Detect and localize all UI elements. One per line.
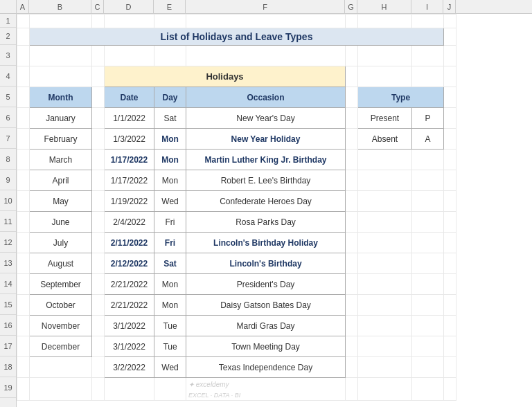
cell-i12 (412, 233, 444, 253)
cell-a16 (17, 316, 30, 336)
cell-h9 (358, 170, 412, 191)
hol-day-3: Mon (154, 150, 186, 170)
cell-c8 (92, 150, 105, 170)
cell-i15 (412, 295, 444, 316)
cell-g19 (346, 378, 358, 401)
row-2: List of Holidays and Leave Types (17, 28, 456, 46)
hol-occasion-6: Rosa Parks Day (186, 212, 346, 233)
cell-h12 (358, 233, 412, 253)
col-header-b: B (29, 0, 91, 13)
month-jul: July (30, 233, 92, 253)
cell-b19 (30, 378, 92, 401)
hol-occasion-13: Texas Independence Day (186, 357, 346, 378)
date-col-header: Date (105, 87, 154, 108)
cell-i9 (412, 170, 444, 191)
row-num-7: 7 (0, 128, 16, 149)
cell-c11 (92, 212, 105, 233)
type-label-2: Absent (358, 129, 412, 150)
row-8: March 1/17/2022 Mon Martin Luther King J… (17, 150, 456, 170)
hol-date-6: 2/4/2022 (105, 212, 154, 233)
type-col-header: Type (358, 87, 444, 108)
row-num-6: 6 (0, 107, 16, 128)
row-13: August 2/12/2022 Sat Lincoln's Birthday (17, 253, 456, 274)
col-header-a: A (17, 0, 29, 13)
row-num-19: 19 (0, 377, 16, 398)
row-num-5: 5 (0, 87, 16, 107)
cell-g1 (346, 15, 358, 28)
cell-j18 (444, 357, 456, 378)
cell-h15 (358, 295, 412, 316)
cell-h3 (358, 46, 412, 66)
type-val-2: A (412, 129, 444, 150)
hol-day-5: Wed (154, 191, 186, 212)
cell-j10 (444, 191, 456, 212)
type-label-1: Present (358, 108, 412, 129)
row-num-16: 16 (0, 315, 16, 336)
row-num-3: 3 (0, 45, 16, 66)
cell-g9 (346, 170, 358, 191)
hol-date-9: 2/21/2022 (105, 274, 154, 295)
cell-g5 (346, 87, 358, 108)
row-9: April 1/17/2022 Mon Robert E. Lee's Birt… (17, 170, 456, 191)
month-sep: September (30, 274, 92, 295)
cell-g18 (346, 357, 358, 378)
cell-a4 (17, 66, 30, 87)
cell-a11 (17, 212, 30, 233)
row-16: November 3/1/2022 Tue Mardi Gras Day (17, 316, 456, 336)
spreadsheet: A B C D E F G H I J 1 2 3 4 5 6 7 8 9 10… (0, 0, 532, 407)
cell-g17 (346, 336, 358, 357)
cell-c16 (92, 316, 105, 336)
hol-occasion-7: Lincoln's Birthday Holiday (186, 233, 346, 253)
cell-c5 (92, 87, 105, 108)
cell-d19 (105, 378, 154, 401)
hol-occasion-8: Lincoln's Birthday (186, 253, 346, 274)
cell-j17 (444, 336, 456, 357)
cell-j2 (444, 28, 456, 46)
hol-occasion-12: Town Meeting Day (186, 336, 346, 357)
hol-day-12: Tue (154, 336, 186, 357)
cell-i13 (412, 253, 444, 274)
row-10: May 1/19/2022 Wed Confederate Heroes Day (17, 191, 456, 212)
hol-day-2: Mon (154, 129, 186, 150)
hol-date-7: 2/11/2022 (105, 233, 154, 253)
cell-j8 (444, 150, 456, 170)
row-14: September 2/21/2022 Mon President's Day (17, 274, 456, 295)
cell-d3 (105, 46, 154, 66)
row-num-13: 13 (0, 253, 16, 273)
main-spreadsheet-table: List of Holidays and Leave Types (17, 14, 456, 401)
cell-a12 (17, 233, 30, 253)
day-col-header: Day (154, 87, 186, 108)
row-num-14: 14 (0, 273, 16, 294)
cell-h13 (358, 253, 412, 274)
month-may: May (30, 191, 92, 212)
cell-j3 (444, 46, 456, 66)
month-jun: June (30, 212, 92, 233)
cell-a13 (17, 253, 30, 274)
type-val-1: P (412, 108, 444, 129)
cell-j11 (444, 212, 456, 233)
row-num-9: 9 (0, 170, 16, 190)
cell-f3 (186, 46, 346, 66)
cell-a18 (17, 357, 30, 378)
cell-c4 (92, 66, 105, 87)
cell-c19 (92, 378, 105, 401)
cell-i3 (412, 46, 444, 66)
cell-a15 (17, 295, 30, 316)
cell-e3 (154, 46, 186, 66)
row-19: ✦ exceldemyEXCEL · DATA · BI (17, 378, 456, 401)
col-header-g: G (345, 0, 357, 13)
row-num-1: 1 (0, 14, 16, 28)
month-mar: March (30, 150, 92, 170)
hol-day-13: Wed (154, 357, 186, 378)
row-numbers: 1 2 3 4 5 6 7 8 9 10 11 12 13 14 15 16 1… (0, 14, 17, 407)
cell-g6 (346, 108, 358, 129)
title-cell: List of Holidays and Leave Types (30, 28, 444, 46)
col-header-c: C (91, 0, 104, 13)
row-num-4: 4 (0, 66, 16, 87)
hol-day-8: Sat (154, 253, 186, 274)
cell-a10 (17, 191, 30, 212)
cell-a14 (17, 274, 30, 295)
row-num-10: 10 (0, 190, 16, 211)
cell-h14 (358, 274, 412, 295)
cell-j14 (444, 274, 456, 295)
